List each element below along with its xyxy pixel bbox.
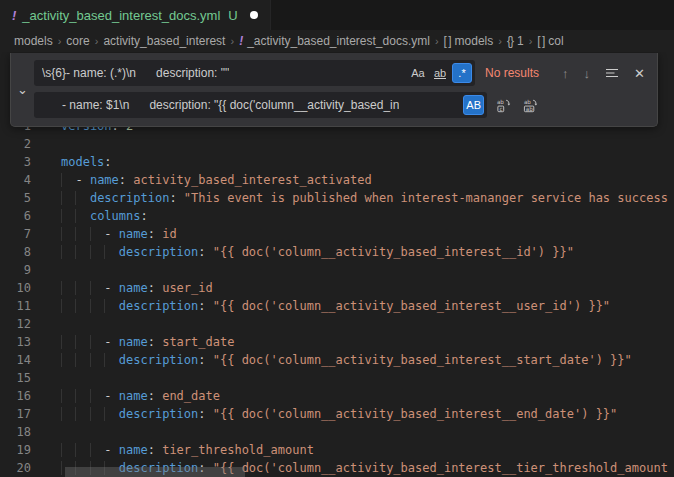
code-line: 16 - name: end_date: [0, 387, 674, 405]
array-symbol-icon: [ ]: [444, 34, 451, 48]
code-line: 6 columns:: [0, 207, 674, 225]
tab-bar: ! _activity_based_interest_docs.yml U: [0, 0, 674, 30]
code-text: description: "{{ doc('column__activity_b…: [31, 351, 632, 369]
find-replace-widget: ⌄ \s{6}- name: (.*)\n description: "" Aa…: [10, 53, 658, 127]
code-line: 19 - name: tier_threshold_amount: [0, 441, 674, 459]
editor[interactable]: 1version: 223models:4 - name: activity_b…: [0, 52, 674, 477]
whole-word-toggle[interactable]: ab: [430, 63, 450, 83]
code-line: 8 description: "{{ doc('column__activity…: [0, 243, 674, 261]
toggle-replace-button[interactable]: ⌄: [11, 60, 34, 118]
yaml-file-icon: !: [12, 8, 16, 23]
line-number: 19: [0, 441, 31, 459]
code-text: description: "This event is published wh…: [31, 189, 668, 207]
breadcrumb: models › core › activity_based_interest …: [0, 30, 674, 52]
regex-toggle[interactable]: .*: [452, 63, 472, 83]
code-line: 9: [0, 261, 674, 279]
svg-text:ab: ab: [526, 105, 533, 111]
line-number: 10: [0, 279, 31, 297]
find-in-selection-button[interactable]: [605, 66, 619, 80]
close-button[interactable]: ✕: [634, 66, 645, 81]
arrow-down-icon: ↓: [584, 66, 591, 81]
breadcrumb-separator: ›: [95, 35, 99, 47]
line-number: 13: [0, 333, 31, 351]
code-line: 7 - name: id: [0, 225, 674, 243]
breadcrumb-item-file[interactable]: ! _activity_based_interest_docs.yml: [239, 34, 430, 48]
line-number: 6: [0, 207, 31, 225]
preserve-case-toggle[interactable]: AB: [463, 95, 484, 115]
code-text: - name: start_date: [31, 333, 234, 351]
modified-dot-icon[interactable]: [250, 11, 258, 19]
breadcrumb-item-symbol-columns[interactable]: [ ] col: [537, 34, 563, 48]
find-input[interactable]: \s{6}- name: (.*)\n description: "" Aa a…: [34, 60, 475, 86]
breadcrumb-separator: ›: [230, 35, 234, 47]
arrow-up-icon: ↑: [562, 66, 569, 81]
chevron-down-icon: ⌄: [17, 82, 28, 97]
line-number: 3: [0, 153, 31, 171]
code-text: - name: user_id: [31, 279, 213, 297]
replace-icon: ab c: [496, 98, 511, 113]
code-line: 12: [0, 315, 674, 333]
previous-match-button[interactable]: ↑: [562, 66, 569, 81]
array-symbol-icon: [ ]: [537, 34, 544, 48]
line-number: 20: [0, 459, 31, 477]
line-number: 4: [0, 171, 31, 189]
replace-row: - name: $1\n description: "{{ doc('colum…: [34, 92, 649, 118]
code-line: 2: [0, 135, 674, 153]
code-line: 14 description: "{{ doc('column__activit…: [0, 351, 674, 369]
svg-text:c: c: [499, 105, 502, 111]
code-text: [31, 315, 61, 333]
line-number: 16: [0, 387, 31, 405]
code-line: 3models:: [0, 153, 674, 171]
tab-active-file[interactable]: ! _activity_based_interest_docs.yml U: [0, 0, 271, 30]
line-number: 9: [0, 261, 31, 279]
breadcrumb-item-symbol-models[interactable]: [ ] models: [444, 34, 494, 48]
breadcrumb-item-models[interactable]: models: [14, 34, 53, 48]
breadcrumb-separator: ›: [498, 35, 502, 47]
code-text: models:: [31, 153, 112, 171]
code-text: - name: id: [31, 225, 177, 243]
code-text: - name: tier_threshold_amount: [31, 441, 314, 459]
code-line: 5 description: "This event is published …: [0, 189, 674, 207]
breadcrumb-item-core[interactable]: core: [66, 34, 89, 48]
breadcrumb-item-symbol-1[interactable]: {} 1: [507, 34, 524, 48]
code-text: [31, 369, 61, 387]
horizontal-scrollbar-thumb[interactable]: [65, 467, 245, 477]
code-line: 18: [0, 423, 674, 441]
svg-text:ab: ab: [524, 98, 531, 104]
git-untracked-badge: U: [228, 8, 237, 23]
code-line: 13 - name: start_date: [0, 333, 674, 351]
close-icon: ✕: [634, 66, 645, 81]
find-row: \s{6}- name: (.*)\n description: "" Aa a…: [34, 60, 649, 86]
code-text: description: "{{ doc('column__activity_b…: [31, 243, 574, 261]
line-number: 8: [0, 243, 31, 261]
line-number: 11: [0, 297, 31, 315]
replace-all-icon: ab ab: [523, 98, 538, 113]
replace-all-button[interactable]: ab ab: [523, 98, 538, 113]
code-text: [31, 135, 61, 153]
code-line: 11 description: "{{ doc('column__activit…: [0, 297, 674, 315]
yaml-file-icon: !: [239, 34, 243, 48]
line-number: 5: [0, 189, 31, 207]
breadcrumb-separator: ›: [435, 35, 439, 47]
code-text: [31, 261, 61, 279]
selection-lines-icon: [605, 66, 619, 80]
find-status: No results: [485, 66, 539, 80]
code-text: description: "{{ doc('column__activity_b…: [31, 297, 610, 315]
replace-button[interactable]: ab c: [496, 98, 511, 113]
match-case-toggle[interactable]: Aa: [408, 63, 428, 83]
code-text: - name: activity_based_interest_activate…: [31, 171, 372, 189]
code-text: - name: end_date: [31, 387, 220, 405]
breadcrumb-item-folder[interactable]: activity_based_interest: [103, 34, 225, 48]
code-line: 4 - name: activity_based_interest_activa…: [0, 171, 674, 189]
line-number: 12: [0, 315, 31, 333]
code-line: 17 description: "{{ doc('column__activit…: [0, 405, 674, 423]
line-number: 18: [0, 423, 31, 441]
breadcrumb-separator: ›: [529, 35, 533, 47]
svg-text:ab: ab: [497, 98, 504, 104]
next-match-button[interactable]: ↓: [584, 66, 591, 81]
line-number: 17: [0, 405, 31, 423]
line-number: 15: [0, 369, 31, 387]
object-symbol-icon: {}: [507, 34, 513, 48]
replace-input[interactable]: - name: $1\n description: "{{ doc('colum…: [34, 92, 487, 118]
find-input-value: \s{6}- name: (.*)\n description: "": [42, 66, 229, 80]
